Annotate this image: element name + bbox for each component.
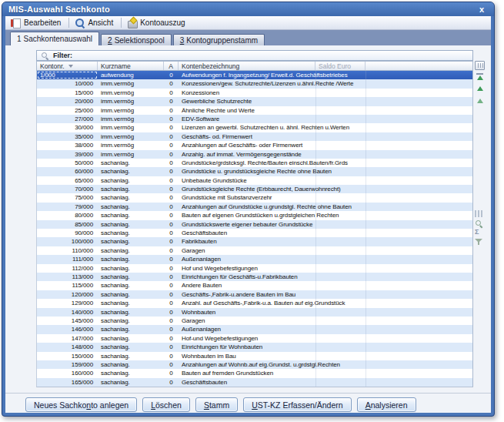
cell-kurzname: sachanlag. <box>98 185 164 193</box>
column-header-kurzname[interactable]: Kurzname <box>98 62 164 70</box>
cell-kurzname: sachanlag. <box>98 360 164 369</box>
table-row[interactable]: 80/000 sachanlag. 0 Bauten auf eigenen G… <box>37 211 472 219</box>
cell-saldo-euro <box>315 281 365 290</box>
column-header-empty <box>365 62 472 70</box>
table-row[interactable]: 27/000 imm.vermög 0 EDV-Software <box>37 115 472 123</box>
cell-kurzname: imm.vermög <box>98 97 164 106</box>
table-row[interactable]: 1/000 aufwendung 0 Aufwendungen f. Ingan… <box>37 71 472 79</box>
table-row[interactable]: 140/000 sachanlag. 0 Wohnbauten <box>37 308 472 316</box>
filter-icon[interactable] <box>475 238 482 246</box>
table-row[interactable]: 65/000 sachanlag. 0 Unbebaute Grundstück… <box>37 176 472 185</box>
cell-saldo-euro <box>315 203 365 211</box>
analysieren-button[interactable]: Analysieren <box>357 397 416 412</box>
cell-kontonr: 148/000 <box>37 343 98 351</box>
filter-bar[interactable]: Filter: <box>36 50 473 61</box>
column-chooser-icon[interactable] <box>475 61 485 70</box>
cell-a: 0 <box>164 352 179 360</box>
table-row[interactable]: 148/000 sachanlag. 0 Einrichtungen für W… <box>37 343 472 351</box>
scroll-up-icon[interactable] <box>475 85 485 91</box>
table-row[interactable]: 25/000 imm.vermög 0 Ähnliche Rechte und … <box>37 106 472 115</box>
close-icon[interactable]: x <box>476 5 488 15</box>
columns-icon[interactable] <box>475 210 482 217</box>
cell-kontenbezeichnung: Gewerbliche Schutzrechte <box>179 97 315 106</box>
table-row[interactable]: 100/000 sachanlag. 0 Fabrikbauten <box>37 237 472 246</box>
toolbar-ansicht-button[interactable]: Ansicht <box>72 17 118 28</box>
cell-empty <box>365 97 472 106</box>
cell-a: 0 <box>164 255 179 263</box>
cell-kontenbezeichnung: Anzahlungen auf Wohnb.auf eig.Grundst. u… <box>179 360 315 369</box>
table-row[interactable]: 30/000 imm.vermög 0 Lizenzen an gewerbl.… <box>37 123 472 132</box>
table-row[interactable]: 20/000 imm.vermög 0 Gewerbliche Schutzre… <box>37 97 472 106</box>
cell-kontenbezeichnung: Hof-und Wegebefestigungen <box>179 334 315 343</box>
cell-kontenbezeichnung: Geschäfts-,Fabrik-u.andere Bauten im Bau <box>179 290 315 299</box>
table-row[interactable]: 145/000 sachanlag. 0 Garagen <box>37 316 472 325</box>
table-row[interactable]: 10/000 imm.vermög 0 Konzessionen/gew. Sc… <box>37 79 472 88</box>
cell-kontonr: 120/000 <box>37 290 98 299</box>
table-row[interactable]: 90/000 sachanlag. 0 Geschäftsbauten <box>37 229 472 237</box>
scroll-up-alt-icon[interactable] <box>475 98 485 103</box>
cell-empty <box>365 159 472 167</box>
tab-content: Filter: Kontonr. Kurzname A Kontenbezeic… <box>5 45 491 413</box>
table-row[interactable]: 110/000 sachanlag. 0 Garagen <box>37 246 472 255</box>
table-row[interactable]: 60/000 sachanlag. 0 Grundstücke u. grund… <box>37 167 472 176</box>
cell-saldo-euro <box>315 97 365 106</box>
cell-saldo-euro <box>315 220 365 229</box>
cell-a: 0 <box>164 229 179 237</box>
cell-kontenbezeichnung: Einrichtungen für Wohnbauten <box>179 343 315 351</box>
neues-sachkonto-anlegen-button[interactable]: Neues Sachkonto anlegen <box>25 397 137 412</box>
table-row[interactable]: 115/000 sachanlag. 0 Andere Bauten <box>37 281 472 290</box>
cell-kontenbezeichnung: Geschäftsbauten <box>179 229 315 237</box>
table-row[interactable]: 79/000 sachanlag. 0 Anzahlungen auf Grun… <box>37 203 472 211</box>
table-row[interactable]: 146/000 sachanlag. 0 Außenanlagen <box>37 325 472 333</box>
table-row[interactable]: 160/000 sachanlag. 0 Bauten auf fremden … <box>37 369 472 377</box>
cell-empty <box>365 316 472 325</box>
cell-saldo-euro <box>315 369 365 377</box>
scroll-to-top-icon[interactable] <box>475 73 485 80</box>
table-row[interactable]: 35/000 imm.vermög 0 Geschäfts- od. Firme… <box>37 132 472 141</box>
table-row[interactable]: 75/000 sachanlag. 0 Grundstücke mit Subs… <box>37 193 472 202</box>
tab-sachkontenauswahl[interactable]: 1Sachkontenauswahl <box>10 32 99 45</box>
table-row[interactable]: 85/000 sachanlag. 0 Grundstückswerte eig… <box>37 220 472 229</box>
cell-kurzname: sachanlag. <box>98 281 164 290</box>
table-row[interactable]: 38/000 imm.vermög 0 Anzahlungen auf Gesc… <box>37 141 472 149</box>
cell-saldo-euro <box>315 115 365 123</box>
table-row[interactable]: 70/000 sachanlag. 0 Grundstücksgleiche R… <box>37 185 472 193</box>
toolbar-bearbeiten-button[interactable]: Bearbeiten <box>8 17 65 28</box>
column-header-kontenbezeichnung[interactable]: Kontenbezeichnung <box>179 62 315 70</box>
table-row[interactable]: 150/000 sachanlag. 0 Wohnbauten im Bau <box>37 352 472 360</box>
cell-kontonr: 112/000 <box>37 264 98 273</box>
sum-icon[interactable] <box>475 228 479 236</box>
toolbar-kontoauszug-button[interactable]: Kontoauszug <box>125 17 189 28</box>
table-row[interactable]: 113/000 sachanlag. 0 Einrichtungen für G… <box>37 273 472 281</box>
stamm-button[interactable]: Stamm <box>195 397 238 412</box>
table-row[interactable]: 15/000 imm.vermög 0 Konzessionen <box>37 89 472 97</box>
loeschen-button[interactable]: Löschen <box>142 397 190 412</box>
tab-label: Kontogruppenstamm <box>186 36 258 45</box>
table-row[interactable]: 120/000 sachanlag. 0 Geschäfts-,Fabrik-u… <box>37 290 472 299</box>
cell-a: 0 <box>164 220 179 229</box>
column-header-a[interactable]: A <box>164 62 179 70</box>
tab-selektionspool[interactable]: 2Selektionspool <box>101 34 172 45</box>
table-row[interactable]: 159/000 sachanlag. 0 Anzahlungen auf Woh… <box>37 360 472 369</box>
table-row[interactable]: 50/000 sachanlag. 0 Grundstücke/grdstcks… <box>37 159 472 167</box>
cell-empty <box>365 246 472 255</box>
cell-kontonr: 1/000 <box>37 71 98 79</box>
cell-kontonr: 150/000 <box>37 352 98 360</box>
table-row[interactable]: 111/000 sachanlag. 0 Außenanlagen <box>37 255 472 263</box>
cell-kurzname: sachanlag. <box>98 334 164 343</box>
cell-kurzname: sachanlag. <box>98 316 164 325</box>
table-row[interactable]: 129/000 sachanlag. 0 Anzahl. auf Geschäf… <box>37 299 472 307</box>
table-row[interactable]: 165/000 sachanlag. 0 Geschäftsbauten <box>37 378 472 387</box>
cell-kontenbezeichnung: Einrichtungen für Geschäfts-u.Fabrikbaut… <box>179 273 315 281</box>
ust-kz-erfassen-aendern-button[interactable]: UST-KZ Erfassen/Ändern <box>243 397 351 412</box>
tab-kontogruppenstamm[interactable]: 3Kontogruppenstamm <box>173 34 265 45</box>
table-row[interactable]: 147/000 sachanlag. 0 Hof-und Wegebefesti… <box>37 334 472 343</box>
cell-empty <box>365 106 472 115</box>
column-header-kontonr[interactable]: Kontonr. <box>37 62 98 70</box>
table-row[interactable]: 112/000 sachanlag. 0 Hof und Wegebefesti… <box>37 264 472 273</box>
toolbar: Bearbeiten Ansicht Kontoauszug <box>5 16 491 30</box>
table-row[interactable]: 39/000 imm.vermög 0 Anzahlg. auf immat. … <box>37 150 472 159</box>
cell-saldo-euro <box>315 246 365 255</box>
search-icon <box>41 52 49 60</box>
search-small-icon[interactable] <box>475 219 483 228</box>
